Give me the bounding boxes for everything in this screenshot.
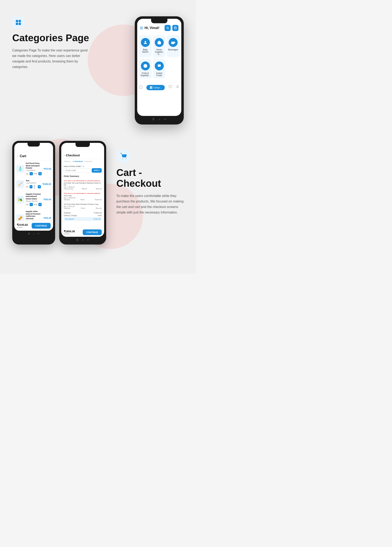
category-item-home[interactable]: Home Supplies, U... [153, 35, 165, 57]
order-item-3: Surf Excel Easy Wash Detergent Powder (1… [61, 202, 104, 211]
category-item-fruits[interactable]: Fruits & Vegetabl... [139, 59, 152, 79]
item-2-weight: 4 kg ₹1050.00 [26, 182, 41, 184]
checkout-phone-bottom-bar: ☰⌂↩ [61, 237, 104, 242]
item-4-price: ₹416.38 [43, 217, 51, 219]
baby-needs-icon [141, 38, 150, 47]
item-3-name: Happilo Premium International Omani Date… [26, 193, 42, 200]
checkout-screen: ‹ Checkout Address › ● Checkout › Paymen… [61, 143, 104, 237]
svg-point-21 [126, 158, 126, 159]
subtotal-value: ₹1854.36 [94, 212, 102, 214]
cart-screen: ‹ Cart 🧴 Surf Excel Easy Wash Detergent … [14, 143, 53, 231]
step-payment: Payment [85, 160, 92, 163]
search-btn[interactable] [165, 25, 171, 31]
step-checkout: ● Checkout [73, 160, 83, 163]
delivery-row: Delivery Charge Free [64, 214, 102, 217]
item-2-price: ₹1000.00 [42, 183, 51, 185]
item-3-plus[interactable]: + [38, 203, 42, 206]
menu-icon [140, 27, 143, 29]
apply-promo-button[interactable]: APPLY [92, 168, 102, 173]
svg-point-19 [177, 85, 178, 87]
cart-total-price: ₹2193.82 [17, 223, 28, 226]
svg-rect-16 [151, 86, 152, 87]
item-3-minus[interactable]: − [30, 203, 33, 206]
checkout-continue-button[interactable]: CONTINUE [83, 229, 102, 235]
instant-foods-icon-bg [155, 62, 164, 70]
order-item-2-row: Qty: 1 ₹1000.00 [64, 197, 102, 199]
header-icons [165, 25, 179, 31]
profile-nav-icon [176, 85, 179, 89]
nav-home[interactable] [139, 85, 143, 90]
checkout-back-icon[interactable]: ‹ [64, 154, 64, 157]
item-1-price: ₹414.00 [43, 168, 51, 170]
svg-point-10 [144, 41, 146, 42]
item-1-name: Surf Excel Easy Wash Detergent Powder [26, 162, 42, 169]
instant-foods-icon [157, 64, 161, 68]
category-item-baby[interactable]: Baby Need's [139, 35, 152, 57]
svg-rect-14 [158, 64, 161, 67]
cart-btn[interactable] [172, 25, 179, 31]
svg-rect-3 [19, 23, 21, 25]
order-item-1-name: Ariel Matic Top Load Detergent Washing P… [64, 182, 102, 186]
categories-description: Categories Page To make the user experie… [12, 48, 90, 70]
nav-categories-active[interactable]: Catego... [146, 85, 165, 90]
cart-icon [174, 27, 177, 29]
category-item-instant[interactable]: Instant Foods [153, 59, 165, 79]
cart-icon-large [120, 153, 127, 160]
order-totals: Subtotal ₹1854.36 Delivery Charge Free Y… [61, 211, 104, 223]
cart-title: Cart [20, 154, 26, 158]
cart-phone-notch [28, 143, 40, 147]
baby-icon [143, 40, 148, 45]
cart-back-icon[interactable]: ‹ [17, 155, 18, 158]
categories-icon [12, 16, 25, 28]
order-item-1-warning: This item is not deliverable in selected… [64, 180, 102, 182]
bottom-nav: Catego... [137, 83, 181, 92]
search-icon [166, 27, 169, 29]
categories-grid: Baby Need's Home Supplies, U... [137, 33, 181, 81]
nav-wishlist[interactable] [168, 85, 172, 90]
item-1-minus[interactable]: − [30, 172, 33, 175]
category-item-beverages[interactable]: Beverages [167, 35, 180, 57]
categories-section: Categories Page Categories Page To make … [0, 0, 196, 133]
categories-phone: Hi, Vimal! [135, 16, 184, 124]
page-wrapper: Categories Page Categories Page To make … [0, 0, 196, 274]
svg-rect-4 [140, 27, 143, 27]
promo-input[interactable] [64, 168, 90, 173]
header-left: Hi, Vimal! [140, 26, 159, 30]
item-1-img: 🧴 [16, 165, 24, 173]
promo-row: APPLY [64, 168, 102, 173]
item-2-plus[interactable]: + [38, 185, 41, 188]
item-1-info: Surf Excel Easy Wash Detergent Powder 1 … [26, 162, 42, 175]
saved-row: You Saved ₹141.00 [64, 217, 102, 221]
heart-nav-icon [168, 85, 172, 89]
checkout-header: ‹ Checkout [61, 148, 104, 159]
order-item-1-row: Qty: 1 ₹404.00 [64, 186, 102, 188]
cart-checkout-title: Cart - Checkout [116, 167, 184, 189]
item-2-name: Test [26, 180, 41, 182]
checkout-total-info: ₹1854.36 3 Items [64, 230, 75, 235]
nav-profile[interactable] [176, 85, 179, 90]
beverages-label: Beverages [168, 48, 178, 51]
svg-rect-17 [150, 88, 151, 89]
fruits-label: Fruits & Vegetabl... [140, 72, 150, 76]
phones-group: ‹ Cart 🧴 Surf Excel Easy Wash Detergent … [12, 141, 106, 245]
cart-continue-button[interactable]: CONTINUE [32, 223, 51, 229]
item-1-weight: 1 kg ₹660.00 [26, 169, 42, 171]
item-1-qty-row: Qty: − X 1 + [26, 172, 42, 175]
order-item-3-tax-row: TAX(0%) ₹0.00 ₹414.00 [64, 207, 102, 209]
item-3-qty-row: Qty: − X 1 + [26, 203, 42, 206]
item-2-minus[interactable]: − [30, 185, 33, 188]
cart-checkout-section: ‹ Cart 🧴 Surf Excel Easy Wash Detergent … [0, 133, 196, 257]
step-address: Address [64, 160, 70, 163]
order-item-3-row: Qty: 1 ₹414.00 [64, 205, 102, 207]
saved-label: You Saved [65, 218, 74, 220]
promo-label: Have a Promo Code? ↻ [64, 165, 102, 167]
svg-rect-0 [16, 20, 18, 22]
order-item-1: This item is not deliverable in selected… [61, 178, 104, 191]
item-1-plus[interactable]: + [38, 172, 42, 175]
order-item-3-name: Surf Excel Easy Wash Detergent Powder (1… [64, 203, 102, 205]
home-supplies-icon-bg [155, 38, 164, 47]
home-supplies-label: Home Supplies, U... [155, 48, 164, 55]
order-summary-title: Order Summary [61, 174, 104, 178]
beverages-icon [171, 40, 175, 45]
cart-checkout-icon [116, 149, 131, 163]
